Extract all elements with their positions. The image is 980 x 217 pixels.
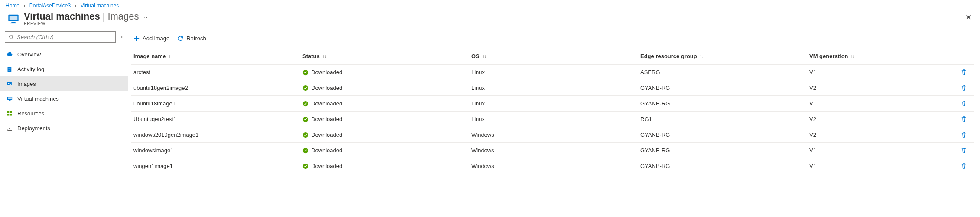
cell-os: Linux: [471, 116, 640, 122]
cell-status: Downloaded: [302, 100, 471, 107]
table-row[interactable]: Ubuntugen2test1DownloadedLinuxRG1V2: [131, 111, 974, 127]
col-status[interactable]: Status↑↓: [302, 53, 471, 59]
sidebar-item-overview[interactable]: Overview: [0, 47, 128, 62]
sidebar-item-images[interactable]: Images: [0, 76, 128, 91]
vm-icon: [6, 95, 13, 102]
sidebar-item-virtual-machines[interactable]: Virtual machines: [0, 91, 128, 106]
success-icon: [302, 101, 308, 107]
delete-icon[interactable]: [961, 69, 967, 76]
cell-status: Downloaded: [302, 163, 471, 169]
cell-image-name: ubuntu18image1: [133, 100, 302, 107]
breadcrumb: Home › PortalAseDevice3 › Virtual machin…: [0, 0, 980, 10]
cell-os: Linux: [471, 100, 640, 107]
svg-rect-8: [8, 69, 10, 69]
cell-image-name: windows2019gen2image1: [133, 132, 302, 138]
cell-os: Windows: [471, 163, 640, 169]
collapse-sidebar-icon[interactable]: «: [121, 34, 124, 40]
delete-icon[interactable]: [961, 147, 967, 154]
breadcrumb-device[interactable]: PortalAseDevice3: [29, 3, 71, 9]
sidebar-item-label: Overview: [17, 51, 41, 58]
svg-rect-2: [11, 22, 15, 23]
sidebar-item-label: Images: [17, 81, 36, 87]
more-button[interactable]: ···: [143, 13, 150, 21]
sidebar: « Overview Activity log Images Virtual m…: [0, 29, 128, 217]
cell-os: Linux: [471, 85, 640, 91]
cell-os: Linux: [471, 69, 640, 76]
sidebar-item-activity-log[interactable]: Activity log: [0, 62, 128, 76]
refresh-button[interactable]: Refresh: [177, 35, 206, 42]
col-os[interactable]: OS↑↓: [471, 53, 640, 59]
virtual-machines-icon: [7, 13, 19, 25]
cell-edge-resource-group: GYANB-RG: [640, 85, 809, 91]
breadcrumb-current[interactable]: Virtual machines: [81, 3, 119, 9]
sidebar-item-label: Virtual machines: [17, 95, 59, 102]
svg-rect-1: [10, 16, 18, 20]
resources-icon: [6, 110, 13, 117]
cell-image-name: ubuntu18gen2image2: [133, 85, 302, 91]
svg-point-11: [8, 83, 10, 84]
cell-os: Windows: [471, 147, 640, 154]
chevron-right-icon: ›: [75, 3, 76, 9]
cell-vm-generation: V2: [809, 85, 953, 91]
svg-rect-17: [7, 114, 9, 115]
cell-edge-resource-group: RG1: [640, 116, 809, 122]
col-image-name[interactable]: Image name↑↓: [133, 53, 302, 59]
delete-icon[interactable]: [961, 85, 967, 91]
sidebar-item-label: Resources: [17, 110, 44, 117]
cell-status: Downloaded: [302, 147, 471, 154]
col-vm-generation[interactable]: VM generation↑↓: [809, 53, 953, 59]
cell-vm-generation: V1: [809, 69, 953, 76]
log-icon: [6, 66, 13, 72]
sidebar-item-label: Activity log: [17, 66, 44, 72]
sidebar-item-label: Deployments: [17, 125, 50, 132]
images-table: Image name↑↓ Status↑↓ OS↑↓ Edge resource…: [131, 49, 974, 174]
cell-os: Windows: [471, 132, 640, 138]
delete-icon[interactable]: [961, 163, 967, 169]
cell-edge-resource-group: GYANB-RG: [640, 132, 809, 138]
breadcrumb-home[interactable]: Home: [6, 3, 19, 9]
sidebar-item-deployments[interactable]: Deployments: [0, 121, 128, 135]
sort-icon: ↑↓: [169, 54, 173, 59]
svg-rect-18: [10, 114, 12, 115]
search-input[interactable]: [17, 34, 112, 40]
cell-image-name: arctest: [133, 69, 302, 76]
cell-edge-resource-group: GYANB-RG: [640, 147, 809, 154]
cell-vm-generation: V1: [809, 147, 953, 154]
search-box[interactable]: [5, 31, 116, 43]
delete-icon[interactable]: [961, 100, 967, 107]
cell-status: Downloaded: [302, 116, 471, 122]
cell-vm-generation: V2: [809, 132, 953, 138]
svg-rect-9: [8, 70, 10, 70]
delete-icon[interactable]: [961, 116, 967, 122]
close-icon[interactable]: ✕: [965, 13, 972, 22]
svg-rect-14: [9, 100, 11, 100]
svg-rect-16: [10, 111, 12, 112]
search-icon: [9, 34, 14, 40]
success-icon: [302, 116, 308, 122]
cell-image-name: windowsimage1: [133, 147, 302, 154]
cell-edge-resource-group: ASERG: [640, 69, 809, 76]
sort-icon: ↑↓: [322, 54, 327, 59]
table-row[interactable]: windows2019gen2image1DownloadedWindowsGY…: [131, 127, 974, 142]
cloud-icon: [6, 51, 13, 58]
table-row[interactable]: windowsimage1DownloadedWindowsGYANB-RGV1: [131, 142, 974, 158]
cell-image-name: wingen1image1: [133, 163, 302, 169]
sidebar-item-resources[interactable]: Resources: [0, 106, 128, 121]
table-row[interactable]: arctestDownloadedLinuxASERGV1: [131, 64, 974, 80]
table-row[interactable]: wingen1image1DownloadedWindowsGYANB-RGV1: [131, 158, 974, 174]
svg-rect-13: [8, 97, 12, 99]
cell-vm-generation: V1: [809, 163, 953, 169]
refresh-icon: [177, 35, 184, 42]
plus-icon: [133, 35, 140, 42]
table-row[interactable]: ubuntu18image1DownloadedLinuxGYANB-RGV1: [131, 95, 974, 111]
success-icon: [302, 163, 308, 169]
page-title: Virtual machines: [24, 11, 100, 22]
svg-rect-3: [10, 23, 16, 23]
chevron-right-icon: ›: [23, 3, 25, 9]
col-edge-resource-group[interactable]: Edge resource group↑↓: [640, 53, 809, 59]
success-icon: [302, 148, 308, 154]
table-row[interactable]: ubuntu18gen2image2DownloadedLinuxGYANB-R…: [131, 80, 974, 95]
add-image-button[interactable]: Add image: [133, 35, 169, 42]
delete-icon[interactable]: [961, 132, 967, 138]
svg-rect-15: [7, 111, 9, 112]
